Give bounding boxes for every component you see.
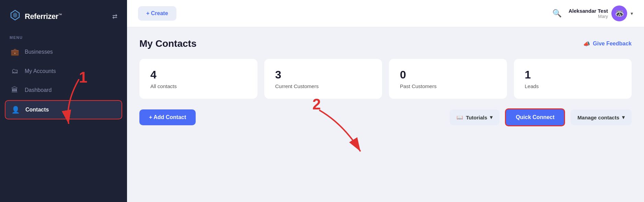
manage-contacts-button[interactable]: Manage contacts ▾ — [571, 109, 632, 125]
user-dropdown-arrow[interactable]: ▾ — [631, 11, 633, 16]
leads-label: Leads — [525, 83, 621, 89]
businesses-icon: 💼 — [10, 48, 19, 56]
stat-card-current-customers[interactable]: 3 Current Customers — [264, 59, 382, 99]
tutorials-label: Tutorials — [466, 115, 487, 120]
give-feedback-icon: 📣 — [583, 41, 590, 47]
sidebar-header: Referrizer™ ⇄ — [0, 0, 127, 30]
current-customers-label: Current Customers — [275, 83, 371, 89]
sidebar-nav: 💼 Businesses 🗂 My Accounts 🏛 Dashboard 👤… — [0, 43, 127, 121]
current-customers-number: 3 — [275, 68, 371, 81]
menu-label: MENU — [0, 30, 127, 43]
contacts-icon: 👤 — [11, 106, 20, 114]
businesses-label: Businesses — [25, 49, 53, 55]
search-icon: 🔍 — [552, 9, 562, 18]
give-feedback-label: Give Feedback — [593, 41, 632, 47]
logo-area: Referrizer™ — [10, 10, 62, 23]
main: + Create 🔍 Aleksandar Test Mary 🦝 ▾ — [127, 0, 644, 202]
topbar: + Create 🔍 Aleksandar Test Mary 🦝 ▾ — [127, 0, 644, 27]
quick-connect-button[interactable]: Quick Connect — [505, 108, 565, 126]
svg-marker-1 — [13, 12, 17, 18]
contacts-label: Contacts — [25, 107, 49, 113]
dashboard-icon: 🏛 — [10, 86, 19, 94]
my-accounts-label: My Accounts — [25, 68, 56, 74]
all-contacts-label: All contacts — [150, 83, 246, 89]
tutorials-book-icon: 📖 — [457, 114, 463, 120]
topbar-right: 🔍 Aleksandar Test Mary 🦝 ▾ — [552, 6, 633, 21]
sidebar-item-my-accounts[interactable]: 🗂 My Accounts — [5, 62, 122, 80]
logo-name: Referrizer — [25, 12, 58, 21]
all-contacts-number: 4 — [150, 68, 246, 81]
tutorials-dropdown-icon: ▾ — [490, 114, 493, 120]
tutorials-button[interactable]: 📖 Tutorials ▾ — [450, 109, 499, 125]
stat-card-all-contacts[interactable]: 4 All contacts — [139, 59, 257, 99]
create-button[interactable]: + Create — [138, 6, 176, 21]
logo-icon — [10, 10, 21, 23]
past-customers-label: Past Customers — [400, 83, 496, 89]
manage-contacts-dropdown-icon: ▾ — [622, 114, 625, 120]
sidebar-toggle-icon[interactable]: ⇄ — [112, 13, 117, 20]
stat-card-leads[interactable]: 1 Leads — [514, 59, 632, 99]
my-accounts-icon: 🗂 — [10, 67, 19, 75]
give-feedback-button[interactable]: 📣 Give Feedback — [583, 41, 632, 47]
content-area: My Contacts 📣 Give Feedback 4 All contac… — [127, 27, 644, 202]
leads-number: 1 — [525, 68, 621, 81]
manage-contacts-label: Manage contacts — [577, 115, 619, 120]
sidebar-item-contacts[interactable]: 👤 Contacts — [5, 100, 122, 119]
content-header: My Contacts 📣 Give Feedback — [139, 38, 632, 49]
user-info: Aleksandar Test Mary 🦝 ▾ — [568, 6, 633, 21]
logo-tm: ™ — [58, 12, 62, 17]
sidebar-item-businesses[interactable]: 💼 Businesses — [5, 43, 122, 61]
logo-text: Referrizer™ — [25, 12, 62, 21]
action-bar: + Add Contact 📖 Tutorials ▾ Quick Connec… — [139, 108, 632, 126]
search-icon-button[interactable]: 🔍 — [552, 9, 562, 18]
add-contact-button[interactable]: + Add Contact — [139, 109, 196, 125]
dashboard-label: Dashboard — [25, 87, 51, 93]
user-sub: Mary — [568, 14, 608, 19]
stats-row: 4 All contacts 3 Current Customers 0 Pas… — [139, 59, 632, 99]
user-names: Aleksandar Test Mary — [568, 8, 608, 19]
page-title: My Contacts — [139, 38, 196, 49]
sidebar-item-dashboard[interactable]: 🏛 Dashboard — [5, 81, 122, 99]
stat-card-past-customers[interactable]: 0 Past Customers — [389, 59, 507, 99]
user-name: Aleksandar Test — [568, 8, 608, 14]
avatar: 🦝 — [611, 6, 627, 21]
past-customers-number: 0 — [400, 68, 496, 81]
sidebar: Referrizer™ ⇄ MENU 💼 Businesses 🗂 My Acc… — [0, 0, 127, 202]
main-wrapper: + Create 🔍 Aleksandar Test Mary 🦝 ▾ — [127, 0, 644, 202]
